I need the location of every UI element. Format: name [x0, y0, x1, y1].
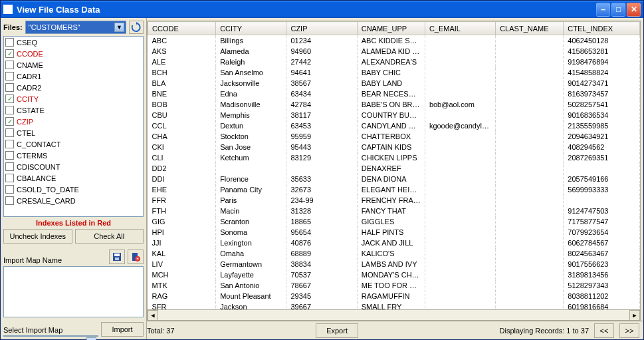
- field-row[interactable]: ✓CZIP: [4, 116, 143, 127]
- field-row[interactable]: CSEQ: [4, 37, 143, 48]
- maximize-button[interactable]: □: [611, 3, 625, 17]
- table-cell[interactable]: [425, 131, 495, 142]
- select-import-map-combo[interactable]: ▼: [3, 335, 98, 337]
- table-cell[interactable]: 2087269351: [564, 152, 640, 163]
- table-cell[interactable]: [425, 216, 495, 227]
- table-cell[interactable]: CHATTERBOX: [357, 131, 425, 142]
- table-cell[interactable]: [496, 131, 564, 142]
- table-cell[interactable]: San Antonio: [216, 280, 286, 291]
- table-cell[interactable]: [425, 195, 495, 206]
- table-cell[interactable]: Memphis: [216, 110, 286, 120]
- table-cell[interactable]: ABC KIDDIE SHOP: [357, 35, 425, 46]
- table-cell[interactable]: HPI: [148, 227, 216, 238]
- table-cell[interactable]: Edna: [216, 88, 286, 99]
- table-row[interactable]: CHAStockton95959CHATTERBOX2094634921: [148, 131, 640, 142]
- table-cell[interactable]: COUNTRY BUNNY: [357, 110, 425, 120]
- table-cell[interactable]: [425, 184, 495, 195]
- table-row[interactable]: BCHSan Anselmo94641BABY CHIC4154858824: [148, 67, 640, 78]
- table-cell[interactable]: CANDYLAND CL...: [357, 120, 425, 131]
- table-cell[interactable]: 38567: [286, 78, 357, 88]
- scroll-left-button[interactable]: ◄: [148, 310, 158, 321]
- table-cell[interactable]: Billings: [216, 35, 286, 46]
- checkbox[interactable]: [5, 185, 14, 194]
- table-cell[interactable]: DENA DIONA: [357, 174, 425, 184]
- table-row[interactable]: CBUMemphis38117COUNTRY BUNNY9016836534: [148, 110, 640, 120]
- field-row[interactable]: ✓CCODE: [4, 48, 143, 59]
- table-cell[interactable]: [496, 184, 564, 195]
- table-cell[interactable]: [425, 238, 495, 248]
- table-cell[interactable]: Ketchum: [216, 152, 286, 163]
- table-cell[interactable]: [425, 259, 495, 269]
- import-button[interactable]: Import: [101, 322, 144, 337]
- table-cell[interactable]: BOB: [148, 99, 216, 110]
- checkbox[interactable]: [5, 83, 14, 92]
- table-row[interactable]: ALERaleigh27442ALEXANDREA'S9198476894: [148, 57, 640, 67]
- table-row[interactable]: GIGScranton18865GIGGLES7175877547: [148, 216, 640, 227]
- table-cell[interactable]: 63453: [286, 120, 357, 131]
- chevron-down-icon[interactable]: ▼: [114, 23, 124, 32]
- data-grid[interactable]: CCODECCITYCZIPCNAME_UPPC_EMAILCLAST_NAME…: [147, 21, 641, 321]
- table-cell[interactable]: [496, 280, 564, 291]
- table-cell[interactable]: 6019816684: [564, 301, 640, 310]
- column-header[interactable]: CCITY: [216, 22, 286, 35]
- table-row[interactable]: BLAJacksonville38567BABY LAND9014273471: [148, 78, 640, 88]
- table-cell[interactable]: CHICKEN LIPPS: [357, 152, 425, 163]
- table-cell[interactable]: Florence: [216, 174, 286, 184]
- table-cell[interactable]: [425, 163, 495, 174]
- table-cell[interactable]: Sonoma: [216, 227, 286, 238]
- table-cell[interactable]: 9016836534: [564, 110, 640, 120]
- table-row[interactable]: BNEEdna63434BEAR NECESSIT...8163973457: [148, 88, 640, 99]
- table-cell[interactable]: 31328: [286, 206, 357, 216]
- table-cell[interactable]: HALF PINTS: [357, 227, 425, 238]
- column-header[interactable]: CCODE: [148, 22, 216, 35]
- table-cell[interactable]: [496, 195, 564, 206]
- table-cell[interactable]: [496, 78, 564, 88]
- table-cell[interactable]: [496, 227, 564, 238]
- table-cell[interactable]: [425, 269, 495, 280]
- table-cell[interactable]: [425, 206, 495, 216]
- table-cell[interactable]: 83129: [286, 152, 357, 163]
- scroll-right-button[interactable]: ►: [629, 310, 640, 321]
- table-cell[interactable]: San Jose: [216, 142, 286, 152]
- table-cell[interactable]: 9124747503: [564, 206, 640, 216]
- table-cell[interactable]: 4154858824: [564, 67, 640, 78]
- table-cell[interactable]: BABY CHIC: [357, 67, 425, 78]
- table-cell[interactable]: 94960: [286, 46, 357, 57]
- checkbox[interactable]: [5, 196, 14, 205]
- table-cell[interactable]: 2094634921: [564, 131, 640, 142]
- uncheck-indexes-button[interactable]: Uncheck Indexes: [3, 229, 72, 244]
- table-cell[interactable]: [425, 280, 495, 291]
- table-cell[interactable]: ELEGANT HEIRS...: [357, 184, 425, 195]
- table-cell[interactable]: BCH: [148, 67, 216, 78]
- table-cell[interactable]: [496, 163, 564, 174]
- table-cell[interactable]: [496, 238, 564, 248]
- checkbox[interactable]: [5, 61, 14, 69]
- checkbox[interactable]: [5, 162, 14, 171]
- table-row[interactable]: DDIFlorence35633DENA DIONA2057549166: [148, 174, 640, 184]
- table-row[interactable]: KALOmaha68889KALICO'S8024563467: [148, 248, 640, 259]
- table-cell[interactable]: Panama City: [216, 184, 286, 195]
- table-row[interactable]: EHEPanama City32673ELEGANT HEIRS...56999…: [148, 184, 640, 195]
- column-header[interactable]: CTEL_INDEX: [564, 22, 640, 35]
- table-cell[interactable]: [425, 46, 495, 57]
- table-cell[interactable]: Jacksonville: [216, 78, 286, 88]
- field-row[interactable]: C_CONTACT: [4, 138, 143, 150]
- table-cell[interactable]: Alameda: [216, 46, 286, 57]
- table-cell[interactable]: 39667: [286, 301, 357, 310]
- table-cell[interactable]: [496, 110, 564, 120]
- table-cell[interactable]: Macin: [216, 206, 286, 216]
- column-header[interactable]: CNAME_UPP: [357, 22, 425, 35]
- table-cell[interactable]: [496, 248, 564, 259]
- table-cell[interactable]: 7079923654: [564, 227, 640, 238]
- table-cell[interactable]: 78667: [286, 280, 357, 291]
- field-row[interactable]: ✓CCITY: [4, 93, 143, 104]
- table-cell[interactable]: BNE: [148, 88, 216, 99]
- horizontal-scrollbar[interactable]: ◄ ►: [148, 309, 640, 320]
- field-row[interactable]: CRESALE_CARD: [4, 195, 143, 206]
- table-cell[interactable]: 70537: [286, 269, 357, 280]
- column-header[interactable]: CLAST_NAME: [496, 22, 564, 35]
- table-cell[interactable]: Mount Pleasant: [216, 291, 286, 301]
- table-cell[interactable]: [425, 110, 495, 120]
- table-cell[interactable]: EHE: [148, 184, 216, 195]
- table-cell[interactable]: Omaha: [216, 248, 286, 259]
